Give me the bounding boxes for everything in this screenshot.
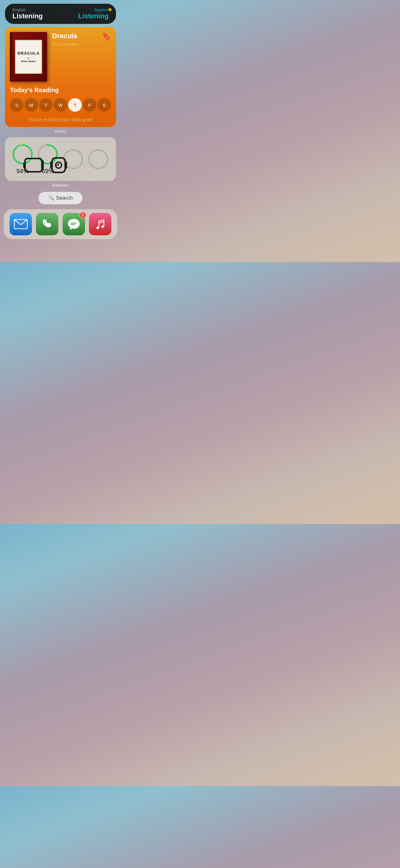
english-label: English	[12, 7, 43, 12]
todays-reading-label: Today's Reading	[10, 87, 111, 94]
orange-dot-indicator	[108, 8, 112, 11]
day-circle-T-2: T	[39, 98, 53, 112]
day-circle-W-3: W	[54, 98, 67, 112]
batteries-widget: ⚡94%69%	[5, 137, 116, 181]
batteries-widget-label: Batteries	[0, 183, 121, 187]
battery-ring-3	[88, 148, 109, 170]
book-content: DRACULA by Bram Stoker Dracula 9% comple…	[10, 32, 111, 82]
bookmark-icon: 🔖	[102, 32, 111, 41]
book-cover-inner: DRACULA by Bram Stoker	[15, 40, 42, 74]
book-cover: DRACULA by Bram Stoker	[10, 32, 47, 82]
svg-rect-2	[25, 159, 42, 172]
svg-rect-4	[42, 160, 44, 170]
day-circle-S-6: S	[97, 98, 111, 112]
book-cover-by: by	[27, 57, 29, 59]
battery-item-0: ⚡94%	[12, 144, 33, 175]
batteries-row: ⚡94%69%	[10, 144, 111, 175]
badge-messages: 2	[79, 212, 86, 219]
battery-ring-0: ⚡	[12, 144, 33, 165]
search-label: Search	[56, 195, 73, 201]
books-widget-label: Books	[0, 129, 121, 133]
book-progress: 9% complete	[52, 41, 111, 46]
book-cover-title: DRACULA	[18, 51, 39, 56]
battery-item-3	[88, 148, 109, 170]
language-bar[interactable]: English Listening Spanish Listening	[5, 4, 116, 24]
day-circle-M-1: M	[25, 98, 38, 112]
english-mode: Listening	[12, 12, 43, 20]
books-widget[interactable]: DRACULA by Bram Stoker Dracula 9% comple…	[5, 27, 116, 127]
dock-app-music[interactable]	[89, 213, 111, 235]
day-circle-F-5: F	[83, 98, 96, 112]
dock-app-mail[interactable]	[10, 213, 32, 235]
day-circle-T-4: T	[68, 98, 82, 112]
phone-icon	[41, 219, 53, 230]
music-icon	[95, 218, 106, 230]
spanish-label: Spanish	[78, 7, 108, 12]
messages-icon	[67, 217, 80, 231]
daily-goal-text: You've reached your daily goal!	[10, 117, 111, 122]
dock: 2	[4, 209, 117, 239]
search-button[interactable]: 🔍 Search	[38, 192, 83, 204]
english-section: English Listening	[12, 7, 43, 20]
book-cover-author: Bram Stoker	[21, 60, 36, 63]
dock-app-messages[interactable]: 2	[63, 213, 85, 235]
search-container: 🔍 Search	[0, 192, 121, 204]
days-row: SMTWTFS	[10, 98, 111, 112]
book-spine	[10, 32, 12, 82]
search-icon: 🔍	[48, 195, 54, 201]
svg-point-14	[89, 150, 108, 168]
spanish-section: Spanish Listening	[78, 7, 108, 20]
dock-app-phone[interactable]	[36, 213, 58, 235]
mail-icon	[14, 219, 28, 229]
day-circle-S-0: S	[10, 98, 24, 112]
svg-rect-3	[23, 162, 26, 168]
spanish-mode: Listening	[78, 12, 108, 20]
